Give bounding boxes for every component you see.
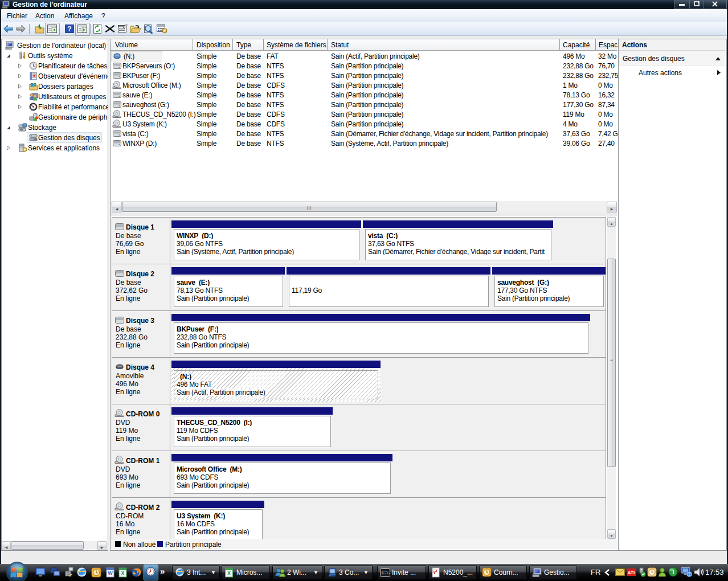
- svg-text:?: ?: [67, 25, 71, 33]
- svg-text:X: X: [121, 571, 125, 576]
- svg-text:ATI: ATI: [628, 570, 635, 575]
- svg-text:C:\.: C:\.: [382, 571, 390, 575]
- svg-text:W: W: [108, 570, 113, 576]
- svg-text:1: 1: [672, 569, 675, 575]
- svg-text:X: X: [227, 571, 231, 576]
